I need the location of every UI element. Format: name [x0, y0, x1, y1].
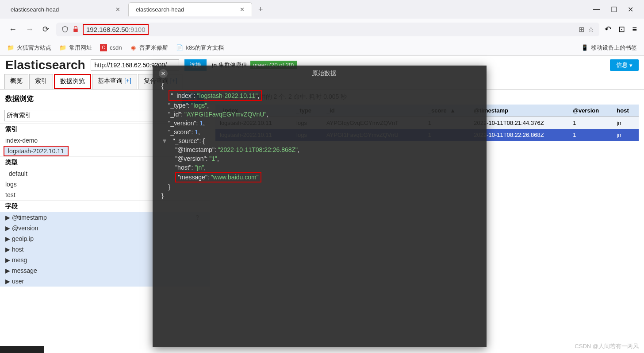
back-button[interactable]: ←: [7, 23, 19, 36]
lock-icon[interactable]: [72, 26, 79, 33]
col-host[interactable]: host: [612, 105, 639, 117]
bookmark-star-icon[interactable]: ☆: [588, 25, 594, 34]
bookmark-csdn[interactable]: C csdn: [100, 44, 122, 51]
index-item-logstash[interactable]: logstash-2022.10.11: [4, 146, 69, 156]
bookmark-prometheus[interactable]: ◉ 普罗米修斯: [130, 44, 168, 52]
doc-icon: 📄: [176, 44, 183, 51]
tab-browse[interactable]: 数据浏览: [54, 74, 91, 89]
collapse-icon[interactable]: ▼: [161, 137, 168, 144]
url-text: 192.168.62.50:9100: [83, 26, 575, 33]
menu-icon[interactable]: ≡: [632, 25, 637, 34]
browser-chrome: elasticsearch-head ✕ elasticsearch-head …: [0, 0, 644, 56]
browser-tab-1[interactable]: elasticsearch-head ✕: [128, 2, 252, 16]
tab-indices[interactable]: 索引: [29, 74, 53, 89]
prometheus-icon: ◉: [130, 44, 137, 51]
maximize-button[interactable]: ☐: [611, 5, 617, 14]
raw-data-overlay: ✕ 原始数据 { "_index": "logstash-2022.10.11"…: [153, 66, 487, 347]
watermark: CSDN @人间若有一两风: [575, 342, 639, 350]
tabs-row: elasticsearch-head ✕ elasticsearch-head …: [0, 0, 644, 19]
qr-icon[interactable]: ⊞: [579, 25, 584, 34]
bookmark-mobile[interactable]: 📱 移动设备上的书签: [581, 44, 637, 52]
bookmark-firefox[interactable]: 📁 火狐官方站点: [7, 44, 51, 52]
shield-icon[interactable]: [61, 26, 69, 33]
chevron-down-icon: ▾: [629, 62, 632, 69]
overlay-header: ✕ 原始数据: [153, 66, 487, 81]
close-window-button[interactable]: ✕: [628, 5, 633, 14]
tab-title: elasticsearch-head: [11, 6, 59, 13]
tab-basic-query[interactable]: 基本查询 [+]: [92, 74, 137, 89]
new-tab-button[interactable]: +: [253, 1, 268, 18]
minimize-button[interactable]: —: [593, 5, 600, 14]
json-content: { "_index": "logstash-2022.10.11", "_typ…: [153, 81, 487, 200]
csdn-icon: C: [100, 44, 107, 51]
close-icon[interactable]: ✕: [159, 69, 168, 78]
bookmark-common[interactable]: 📁 常用网址: [59, 44, 92, 52]
tab-overview[interactable]: 概览: [4, 74, 28, 89]
undo-icon[interactable]: ↶: [605, 24, 611, 34]
dev-bar: [0, 346, 44, 353]
browser-tab-0[interactable]: elasticsearch-head ✕: [4, 3, 127, 16]
nav-row: ← → ⟳ 192.168.62.50:9100 ⊞ ☆ ↶ ⊡ ≡: [0, 19, 644, 40]
url-bar[interactable]: 192.168.62.50:9100 ⊞ ☆: [56, 23, 599, 36]
folder-icon: 📁: [7, 44, 14, 51]
col-version[interactable]: @version: [568, 105, 612, 117]
tab-title: elasticsearch-head: [136, 6, 184, 13]
reload-button[interactable]: ⟳: [41, 23, 51, 36]
forward-button[interactable]: →: [24, 23, 35, 36]
crop-icon[interactable]: ⊡: [618, 24, 625, 34]
folder-icon: 📁: [59, 44, 66, 51]
overlay-title: 原始数据: [312, 70, 337, 78]
bookmark-k8s[interactable]: 📄 k8s的官方文档: [176, 44, 223, 52]
mobile-icon: 📱: [581, 44, 588, 51]
bookmarks-bar: 📁 火狐官方站点 📁 常用网址 C csdn ◉ 普罗米修斯 📄 k8s的官方文…: [0, 40, 644, 56]
window-controls: — ☐ ✕: [593, 5, 640, 14]
app-title: Elasticsearch: [5, 58, 85, 72]
close-icon[interactable]: ✕: [115, 6, 120, 13]
close-icon[interactable]: ✕: [240, 6, 245, 13]
right-toolbar: ↶ ⊡ ≡: [605, 24, 637, 34]
info-button[interactable]: 信息▾: [610, 59, 639, 71]
